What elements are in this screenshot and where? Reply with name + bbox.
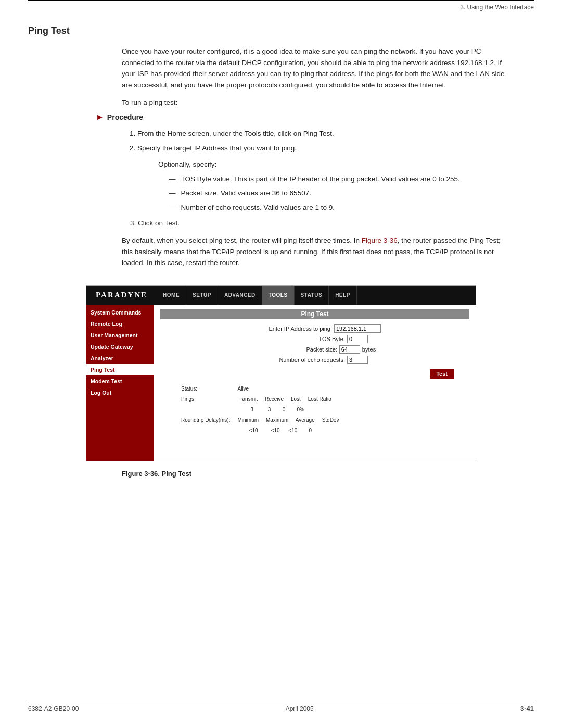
sidebar-update-gateway[interactable]: Update Gateway [86, 341, 154, 353]
router-nav-items: HOME SETUP ADVANCED TOOLS STATUS HELP [157, 286, 357, 305]
minimum-value: <10 [249, 428, 258, 433]
packet-unit: bytes [362, 346, 376, 353]
roundtrip-row: Roundtrip Delay(ms): Minimum Maximum Ave… [181, 415, 346, 425]
pings-label: Pings: [181, 394, 237, 405]
chapter-reference: 3. Using the Web Interface [0, 4, 562, 13]
roundtrip-headers: Minimum Maximum Average StdDev [237, 415, 346, 425]
maximum-header: Maximum [266, 417, 288, 423]
dash-list: — TOS Byte value. This is part of the IP… [169, 173, 506, 214]
dash-text-3: Number of echo requests. Valid values ar… [181, 202, 335, 214]
average-header: Average [296, 417, 315, 423]
page-title: Ping Test [28, 26, 534, 36]
lost-header: Lost [291, 396, 301, 402]
transmit-header: Transmit [237, 396, 258, 402]
figure-caption: Figure 3-36. Ping Test [122, 470, 534, 478]
lost-ratio-header: Lost Ratio [308, 396, 331, 402]
stddev-header: StdDev [322, 417, 339, 423]
dash-text-1: TOS Byte value. This is part of the IP h… [181, 173, 460, 185]
intro-paragraph: Once you have your router configured, it… [122, 46, 506, 91]
packet-label: Packet size: [254, 346, 337, 353]
packet-row: Packet size: bytes [160, 345, 469, 354]
roundtrip-values-row: <10 <10 <10 0 [181, 425, 346, 436]
ip-input[interactable] [334, 324, 381, 333]
pings-row: Pings: Transmit Receive Lost Lost Ratio [181, 394, 346, 405]
dash-item-2: — Packet size. Valid values are 36 to 65… [169, 187, 506, 199]
status-label: Status: [181, 384, 237, 394]
footer-left: 6382-A2-GB20-00 [28, 705, 79, 712]
dash-icon-3: — [169, 202, 176, 214]
router-logo: PARADYNE [86, 291, 157, 299]
pings-values: 3 3 0 0% [237, 405, 346, 415]
procedure-arrow-icon: ► [96, 112, 104, 122]
pings-values-row: 3 3 0 0% [181, 405, 346, 415]
test-button-row: Test [160, 369, 469, 379]
step-1: From the Home screen, under the Tools ti… [137, 128, 506, 140]
minimum-header: Minimum [237, 417, 259, 423]
echo-input[interactable] [347, 356, 368, 364]
dash-icon-1: — [169, 173, 176, 185]
footer-page-number: 3-41 [520, 705, 534, 712]
pings-headers: Transmit Receive Lost Lost Ratio [237, 394, 346, 405]
sidebar-system-commands[interactable]: System Commands [86, 307, 154, 318]
optionally-text: Optionally, specify: [158, 159, 506, 170]
figure-link[interactable]: Figure 3-36 [362, 236, 398, 244]
sidebar-modem-test[interactable]: Modem Test [86, 375, 154, 387]
router-sidebar: System Commands Remote Log User Manageme… [86, 305, 154, 461]
echo-label: Number of echo requests: [262, 357, 345, 363]
test-button[interactable]: Test [430, 369, 454, 379]
step-3-text: Click on Test. [138, 219, 180, 227]
dash-text-2: Packet size. Valid values are 36 to 6550… [181, 187, 311, 199]
procedure-steps: From the Home screen, under the Tools ti… [137, 128, 506, 154]
ping-status-table: Status: Alive Pings: Transmit Receive Lo… [181, 384, 346, 436]
router-body: System Commands Remote Log User Manageme… [86, 305, 476, 461]
sidebar-ping-test[interactable]: Ping Test [86, 364, 154, 375]
dash-item-1: — TOS Byte value. This is part of the IP… [169, 173, 506, 185]
footer-center: April 2005 [286, 705, 314, 712]
to-run-ping-text: To run a ping test: [122, 97, 506, 108]
packet-input[interactable] [339, 345, 360, 354]
lost-value: 0 [283, 407, 286, 412]
sidebar-remote-log[interactable]: Remote Log [86, 318, 154, 330]
step-3-container: 3. Click on Test. [130, 218, 506, 229]
roundtrip-label: Roundtrip Delay(ms): [181, 415, 237, 425]
ip-row: Enter IP Address to ping: [160, 324, 469, 333]
lost-ratio-value: 0% [297, 407, 304, 412]
sidebar-log-out[interactable]: Log Out [86, 387, 154, 398]
procedure-label: Procedure [107, 113, 143, 121]
tos-row: TOS Byte: [160, 335, 469, 343]
nav-setup[interactable]: SETUP [186, 286, 218, 305]
router-navbar: PARADYNE HOME SETUP ADVANCED TOOLS STATU… [86, 286, 476, 305]
router-page-title: Ping Test [160, 309, 469, 319]
status-value: Alive [237, 384, 346, 394]
average-value: <10 [288, 428, 297, 433]
echo-row: Number of echo requests: [160, 356, 469, 364]
stddev-value: 0 [309, 428, 312, 433]
closing-paragraph: By default, when you select ping test, t… [122, 235, 506, 269]
ping-form: Enter IP Address to ping: TOS Byte: Pack… [160, 324, 469, 364]
nav-status[interactable]: STATUS [295, 286, 329, 305]
dash-item-3: — Number of echo requests. Valid values … [169, 202, 506, 214]
sidebar-analyzer[interactable]: Analyzer [86, 353, 154, 364]
maximum-value: <10 [271, 428, 280, 433]
roundtrip-values: <10 <10 <10 0 [237, 425, 346, 436]
tos-label: TOS Byte: [262, 336, 345, 342]
footer: 6382-A2-GB20-00 April 2005 3-41 [28, 701, 534, 712]
roundtrip-values-spacer [181, 425, 237, 436]
tos-input[interactable] [347, 335, 368, 343]
sidebar-user-management[interactable]: User Management [86, 330, 154, 341]
closing-prefix: By default, when you select ping test, t… [122, 236, 362, 244]
ping-results: Status: Alive Pings: Transmit Receive Lo… [171, 384, 459, 436]
step-3-num: 3. [130, 219, 138, 227]
nav-advanced[interactable]: ADVANCED [218, 286, 262, 305]
step-2: Specify the target IP Address that you w… [137, 143, 506, 154]
router-main: Ping Test Enter IP Address to ping: TOS … [154, 305, 476, 461]
nav-tools[interactable]: TOOLS [262, 286, 295, 305]
status-row: Status: Alive [181, 384, 346, 394]
receive-header: Receive [265, 396, 284, 402]
pings-values-spacer [181, 405, 237, 415]
nav-help[interactable]: HELP [329, 286, 357, 305]
nav-home[interactable]: HOME [157, 286, 186, 305]
procedure-heading: ► Procedure [96, 112, 534, 122]
router-screenshot: PARADYNE HOME SETUP ADVANCED TOOLS STATU… [86, 285, 476, 461]
receive-value: 3 [268, 407, 271, 412]
